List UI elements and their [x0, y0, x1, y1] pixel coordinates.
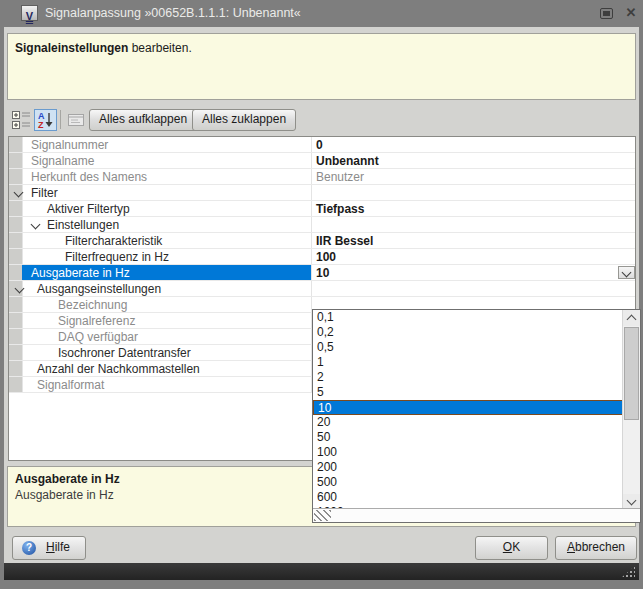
- grid-row[interactable]: Ausgaberate in Hz10: [9, 265, 635, 281]
- title-bar[interactable]: V Signalanpassung »00652B.1.1.1: Unbenan…: [0, 0, 643, 27]
- property-value: Unbenannt: [316, 154, 379, 168]
- property-label: Filterfrequenz in Hz: [65, 250, 169, 264]
- signalanpassung-dialog: V Signalanpassung »00652B.1.1.1: Unbenan…: [0, 0, 643, 589]
- grid-row[interactable]: SignalnameUnbenannt: [9, 153, 635, 169]
- dropdown-item[interactable]: 10: [313, 400, 623, 415]
- close-icon[interactable]: ✕: [623, 4, 639, 22]
- grid-row[interactable]: Filterfrequenz in Hz100: [9, 249, 635, 265]
- property-value: 10: [316, 266, 329, 280]
- header-text: Signaleinstellungen bearbeiten.: [15, 41, 192, 55]
- dropdown-item[interactable]: 600: [313, 490, 623, 505]
- property-label: Signalnummer: [31, 138, 108, 152]
- property-label: Herkunft des Namens: [31, 170, 147, 184]
- property-value: IIR Bessel: [316, 234, 373, 248]
- window-title: Signalanpassung »00652B.1.1.1: Unbenannt…: [45, 6, 301, 20]
- dialog-client-area: Signaleinstellungen bearbeiten. A Z: [4, 27, 639, 563]
- property-label: Signalname: [31, 154, 94, 168]
- grid-row[interactable]: Ausgangseinstellungen: [9, 281, 635, 297]
- expand-chevron-icon[interactable]: [31, 220, 41, 230]
- property-value: Tiefpass: [316, 202, 364, 216]
- help-button[interactable]: ? Hilfe: [12, 536, 86, 560]
- property-label: Bezeichnung: [58, 298, 127, 312]
- dropdown-list[interactable]: 0,10,20,51251020501002005006001000: [313, 310, 623, 510]
- property-value: 0: [316, 138, 323, 152]
- expand-chevron-icon[interactable]: [15, 284, 25, 294]
- dropdown-item[interactable]: 2: [313, 370, 623, 385]
- dropdown-item[interactable]: 100: [313, 445, 623, 460]
- dropdown-scrollbar[interactable]: [622, 310, 640, 510]
- property-label: Filter: [31, 186, 58, 200]
- vector-app-icon: V: [21, 5, 38, 21]
- categorized-view-icon[interactable]: [10, 109, 33, 131]
- property-label: Signalreferenz: [58, 314, 135, 328]
- expand-chevron-icon[interactable]: [14, 188, 24, 198]
- grid-row[interactable]: Herkunft des NamensBenutzer: [9, 169, 635, 185]
- expand-all-button[interactable]: Alles aufklappen: [89, 109, 197, 131]
- property-label: Ausgaberate in Hz: [31, 266, 130, 280]
- property-label: Anzahl der Nachkommastellen: [37, 362, 200, 376]
- description-text: Ausgaberate in Hz: [15, 488, 114, 502]
- scroll-up-icon[interactable]: [623, 310, 640, 326]
- scrollbar-thumb[interactable]: [624, 327, 639, 420]
- header-panel: Signaleinstellungen bearbeiten.: [7, 33, 636, 100]
- collapse-all-button[interactable]: Alles zuklappen: [192, 109, 296, 131]
- dropdown-item[interactable]: 1: [313, 355, 623, 370]
- dropdown-item[interactable]: 0,2: [313, 325, 623, 340]
- help-icon: ?: [22, 541, 36, 555]
- window-bottom-strip: [4, 563, 639, 580]
- alphabetical-sort-icon[interactable]: A Z: [34, 109, 57, 131]
- property-value: 100: [316, 250, 336, 264]
- help-button-label: Hilfe: [46, 540, 70, 554]
- property-label: Einstellungen: [47, 218, 119, 232]
- maximize-icon[interactable]: [600, 8, 613, 19]
- dropdown-item[interactable]: 0,5: [313, 340, 623, 355]
- dropdown-item[interactable]: 50: [313, 430, 623, 445]
- svg-text:Z: Z: [38, 120, 44, 130]
- grid-row[interactable]: Signalnummer0: [9, 137, 635, 153]
- dropdown-item[interactable]: 500: [313, 475, 623, 490]
- toolbar-separator: [60, 110, 61, 129]
- grid-row[interactable]: Einstellungen: [9, 217, 635, 233]
- resize-grip-icon[interactable]: [314, 510, 331, 521]
- property-label: Signalformat: [37, 378, 104, 392]
- ok-button[interactable]: OK: [475, 536, 548, 560]
- property-label: Ausgangseinstellungen: [37, 282, 161, 296]
- property-label: Aktiver Filtertyp: [47, 202, 130, 216]
- dropdown-resize-bar[interactable]: [313, 508, 640, 522]
- grid-row[interactable]: Filter: [9, 185, 635, 201]
- property-label: Filtercharakteristik: [65, 234, 162, 248]
- property-label: Isochroner Datentransfer: [58, 346, 191, 360]
- combobox-dropdown-icon[interactable]: [618, 266, 635, 279]
- output-rate-dropdown[interactable]: 0,10,20,51251020501002005006001000: [312, 309, 641, 523]
- description-title: Ausgaberate in Hz: [15, 472, 120, 486]
- grid-row[interactable]: Aktiver FiltertypTiefpass: [9, 201, 635, 217]
- property-pages-icon: [65, 109, 88, 131]
- dropdown-item[interactable]: 200: [313, 460, 623, 475]
- cancel-button[interactable]: Abbrechen: [555, 536, 637, 560]
- dropdown-item[interactable]: 20: [313, 415, 623, 430]
- dropdown-item[interactable]: 0,1: [313, 310, 623, 325]
- dropdown-item[interactable]: 5: [313, 385, 623, 400]
- window-resize-grip-icon[interactable]: [621, 566, 635, 578]
- property-label: DAQ verfügbar: [58, 330, 138, 344]
- grid-row[interactable]: FiltercharakteristikIIR Bessel: [9, 233, 635, 249]
- property-value: Benutzer: [316, 170, 364, 184]
